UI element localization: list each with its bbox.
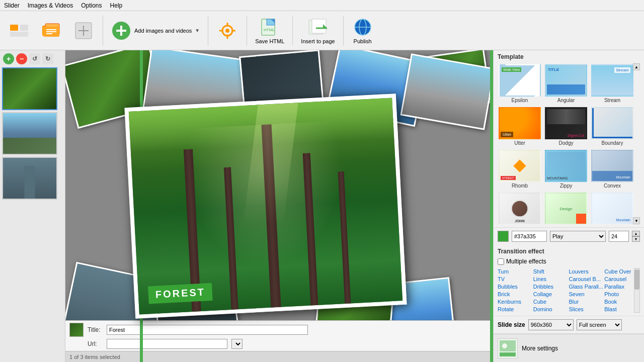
template-epsilon[interactable]: Wide View Epsilon (498, 63, 542, 104)
separator-3 (247, 16, 247, 46)
slider-icon (9, 21, 29, 41)
transition-dribbles[interactable]: Dribbles (533, 283, 569, 290)
template-section: Template ▲ ▼ Wide View Epsilon (494, 50, 644, 228)
svg-rect-0 (10, 25, 18, 31)
template-boundary[interactable]: Boundary (590, 106, 634, 147)
transition-collage[interactable]: Collage (533, 291, 569, 298)
thumbnail-2[interactable] (2, 112, 57, 155)
transition-brick[interactable]: Brick (498, 291, 533, 298)
scroll-up-button[interactable]: ▲ (633, 63, 640, 70)
transition-rotate[interactable]: Rotate (498, 306, 533, 313)
template-flat[interactable]: Design (544, 192, 588, 224)
transition-kenburns[interactable]: Kenburns (498, 298, 533, 305)
transition-glass-parall[interactable]: Glass Parall... (569, 283, 605, 290)
multiple-effects-checkbox[interactable] (498, 258, 504, 265)
transition-louvers[interactable]: Louvers (569, 268, 605, 275)
template-grid: Wide View Epsilon TITLE Angular (498, 63, 640, 224)
transition-bubbles[interactable]: Bubbles (498, 283, 533, 290)
settings-icon (498, 338, 518, 358)
save-html-button[interactable]: HTML Save HTML (251, 15, 288, 46)
transition-lines[interactable]: Lines (533, 276, 569, 283)
duration-input[interactable] (609, 231, 629, 242)
menu-options[interactable]: Options (81, 2, 102, 9)
template-flip[interactable]: JOHN (498, 192, 542, 224)
menu-images-videos[interactable]: Images & Videos (28, 2, 73, 9)
right-accent-bar (490, 50, 493, 362)
scroll-down-button[interactable]: ▼ (633, 217, 640, 224)
separator-2 (208, 16, 208, 46)
template-next[interactable]: Mountain (590, 192, 634, 224)
url-type-select[interactable] (231, 339, 243, 349)
options-icon (217, 21, 237, 41)
more-settings-button[interactable]: More settings (494, 334, 644, 362)
title-label: Title: (88, 326, 103, 333)
title-input[interactable] (107, 325, 308, 335)
insert-page-label: Insert to page (301, 38, 335, 44)
template-convex-name: Convex (604, 183, 621, 189)
transition-turn[interactable]: Turn (498, 268, 533, 275)
url-input[interactable] (107, 339, 227, 349)
transition-slices[interactable]: Slices (569, 306, 605, 313)
transition-scrollbar (634, 268, 640, 313)
menu-slider[interactable]: Slider (4, 2, 20, 9)
open-icon (41, 21, 61, 41)
template-zippy-name: Zippy (560, 183, 572, 189)
publish-label: Publish (354, 38, 372, 44)
add-thumbnail-button[interactable]: + (3, 53, 14, 64)
transition-list-container: Turn Shift Louvers Cube Over TV Lines Ca… (498, 268, 640, 313)
slide-size-section: Slide size 960x360 800x300 1200x400 Full… (494, 316, 644, 334)
template-convex[interactable]: Mountain Convex (590, 149, 634, 190)
template-angular[interactable]: TITLE Angular (544, 63, 588, 104)
url-row: Url: (69, 339, 489, 349)
remove-thumbnail-button[interactable]: − (16, 53, 27, 64)
svg-text:HTML: HTML (264, 28, 275, 32)
transition-blur[interactable]: Blur (569, 298, 605, 305)
template-rhomb-name: Rhomb (512, 183, 528, 189)
play-mode-select[interactable]: Play Autoplay Manual (550, 231, 606, 242)
svg-point-16 (225, 29, 229, 33)
thumbnail-1[interactable] (2, 67, 57, 110)
add-images-button[interactable]: Add images and videos ▼ (107, 19, 204, 43)
transition-title: Transition effect (498, 248, 640, 255)
transition-domino[interactable]: Domino (533, 306, 569, 313)
toolbar: Add images and videos ▼ HTML (0, 11, 644, 50)
open-button[interactable] (36, 19, 66, 43)
transition-tv[interactable]: TV (498, 276, 533, 283)
multiple-effects-row: Multiple effects (498, 258, 640, 265)
multiple-effects-label: Multiple effects (506, 258, 546, 265)
template-zippy[interactable]: MOUNTAINS Zippy (544, 149, 588, 190)
transition-shift[interactable]: Shift (533, 268, 569, 275)
forest-art: FOREST (129, 98, 403, 315)
transition-seven[interactable]: Seven (569, 291, 605, 298)
scattered-photos: FOREST (65, 50, 493, 362)
add-images-arrow[interactable]: ▼ (195, 28, 200, 33)
publish-button[interactable]: Publish (348, 15, 378, 46)
template-rhomb[interactable]: STREET Rhomb (498, 149, 542, 190)
slider-button[interactable] (4, 19, 34, 43)
number-down[interactable]: ▼ (632, 236, 640, 242)
forest-label-container: FOREST (148, 283, 213, 304)
thumbnail-3[interactable] (2, 157, 57, 200)
publish-icon (353, 17, 373, 37)
center-canvas: FOREST Title: Url: (65, 50, 493, 362)
screen-mode-select[interactable]: Full screen Fixed size (577, 319, 622, 330)
color-picker-box[interactable] (498, 231, 509, 242)
menu-help[interactable]: Help (110, 2, 123, 9)
slide-size-select[interactable]: 960x360 800x300 1200x400 (528, 319, 574, 330)
redo-button[interactable]: ↻ (42, 53, 53, 64)
undo-button[interactable]: ↺ (29, 53, 40, 64)
template-stream[interactable]: Stream Stream (590, 63, 634, 104)
number-up[interactable]: ▲ (632, 231, 640, 236)
add-images-icon (111, 21, 131, 41)
transition-cube[interactable]: Cube (533, 298, 569, 305)
controls-row: Play Autoplay Manual ▲ ▼ (494, 228, 644, 245)
color-hex-input[interactable] (512, 231, 547, 242)
transition-carousel-b[interactable]: Carousel B... (569, 276, 605, 283)
options-button[interactable] (212, 19, 243, 43)
svg-rect-34 (500, 340, 516, 351)
template-utter[interactable]: Utter Utter (498, 106, 542, 147)
insert-page-button[interactable]: Insert to page (297, 15, 339, 46)
template-dodgy[interactable]: Digest Cut Dodgy (544, 106, 588, 147)
transition-scroll-thumb[interactable] (634, 269, 639, 290)
new-button[interactable] (68, 19, 99, 43)
